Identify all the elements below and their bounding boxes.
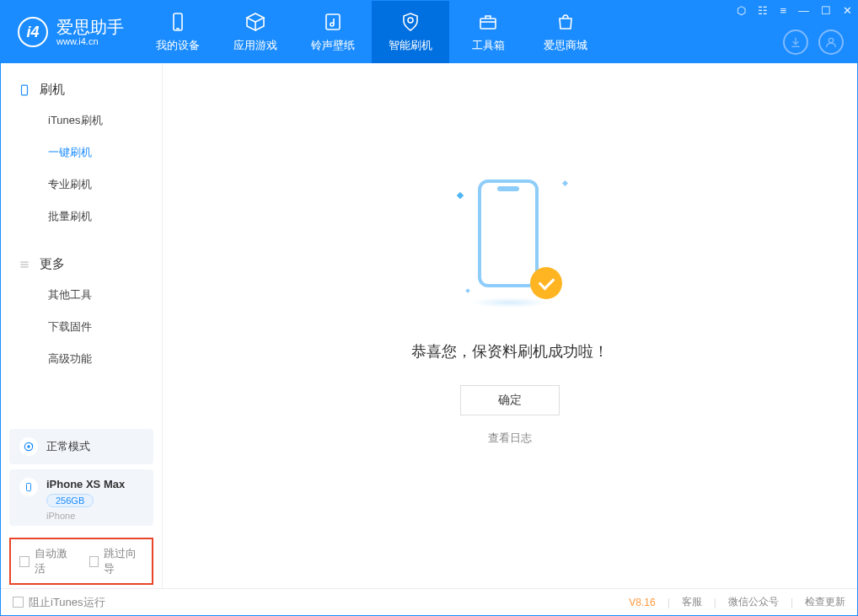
maximize-button[interactable]: ☐	[821, 4, 831, 17]
toolbox-icon	[477, 11, 499, 33]
ok-button[interactable]: 确定	[460, 385, 560, 415]
tab-my-device[interactable]: 我的设备	[139, 1, 217, 63]
brand-name: 爱思助手	[56, 18, 124, 36]
device-mode-box[interactable]: 正常模式	[9, 429, 153, 464]
tab-label: 智能刷机	[389, 38, 432, 53]
brand-url: www.i4.cn	[56, 36, 124, 46]
sparkle-icon	[465, 288, 470, 293]
tab-toolbox[interactable]: 工具箱	[449, 1, 527, 63]
sidebar-group-more: 更多	[1, 249, 162, 279]
check-icon	[530, 267, 562, 299]
sidebar-item-other-tools[interactable]: 其他工具	[1, 279, 162, 311]
app-body: 刷机 iTunes刷机 一键刷机 专业刷机 批量刷机 更多 其他工具 下载固件 …	[1, 63, 857, 588]
top-nav: 我的设备 应用游戏 铃声壁纸 智能刷机 工具箱 爱思商城	[139, 1, 604, 63]
device-info: iPhone XS Max 256GB iPhone	[46, 478, 125, 521]
brand: i4 爱思助手 www.i4.cn	[1, 1, 139, 63]
checkbox-icon	[13, 597, 24, 608]
tab-label: 工具箱	[472, 38, 505, 53]
title-bar: i4 爱思助手 www.i4.cn 我的设备 应用游戏 铃声壁纸 智能刷机	[1, 1, 857, 63]
customer-service-link[interactable]: 客服	[682, 595, 702, 609]
tab-label: 应用游戏	[233, 38, 277, 53]
device-info-box[interactable]: iPhone XS Max 256GB iPhone	[9, 469, 153, 526]
svg-rect-7	[22, 85, 28, 95]
shield-icon	[400, 11, 421, 33]
checkbox-label: 阻止iTunes运行	[29, 595, 105, 610]
shop-icon	[555, 11, 576, 33]
brand-logo-icon: i4	[18, 17, 48, 47]
device-mode-label: 正常模式	[46, 439, 90, 454]
checkbox-label: 自动激活	[35, 546, 74, 576]
device-name: iPhone XS Max	[46, 478, 125, 490]
sidebar-item-pro-flash[interactable]: 专业刷机	[1, 169, 162, 201]
device-icon	[167, 11, 189, 33]
tab-apps-games[interactable]: 应用游戏	[217, 1, 294, 63]
sidebar-item-onekey-flash[interactable]: 一键刷机	[1, 137, 162, 169]
status-bar: 阻止iTunes运行 V8.16 | 客服 | 微信公众号 | 检查更新	[1, 588, 857, 615]
svg-point-6	[829, 38, 833, 42]
header-right-buttons	[783, 29, 844, 55]
checkbox-skip-guide[interactable]: 跳过向导	[89, 546, 144, 576]
tab-label: 我的设备	[156, 38, 200, 53]
success-illustration	[451, 173, 569, 316]
feedback-icon[interactable]: ☷	[758, 4, 768, 17]
sidebar-item-advanced[interactable]: 高级功能	[1, 343, 162, 375]
music-icon	[322, 11, 344, 33]
sidebar: 刷机 iTunes刷机 一键刷机 专业刷机 批量刷机 更多 其他工具 下载固件 …	[1, 63, 163, 588]
tab-label: 铃声壁纸	[311, 38, 355, 53]
sidebar-group-title: 刷机	[40, 82, 65, 98]
device-type: iPhone	[46, 511, 125, 521]
checkbox-icon	[19, 556, 29, 567]
user-button[interactable]	[818, 29, 844, 55]
tab-smart-flash[interactable]: 智能刷机	[372, 1, 449, 63]
brand-text: 爱思助手 www.i4.cn	[56, 18, 124, 46]
sidebar-nav: 刷机 iTunes刷机 一键刷机 专业刷机 批量刷机 更多 其他工具 下载固件 …	[1, 63, 162, 429]
sidebar-group-title: 更多	[40, 256, 65, 272]
main-content: 恭喜您，保资料刷机成功啦！ 确定 查看日志	[163, 63, 857, 588]
checkbox-icon	[89, 556, 99, 567]
svg-rect-2	[326, 14, 340, 29]
flash-options-box: 自动激活 跳过向导	[9, 538, 153, 585]
sidebar-item-itunes-flash[interactable]: iTunes刷机	[1, 104, 162, 137]
separator: |	[791, 597, 793, 608]
menu-icon	[18, 258, 31, 271]
sidebar-item-batch-flash[interactable]: 批量刷机	[1, 201, 162, 233]
view-log-link[interactable]: 查看日志	[488, 431, 532, 446]
phone-icon	[18, 83, 31, 97]
checkbox-label: 跳过向导	[104, 546, 143, 576]
success-message: 恭喜您，保资料刷机成功啦！	[411, 341, 609, 362]
sparkle-icon	[457, 191, 464, 198]
svg-point-12	[28, 446, 29, 447]
checkbox-block-itunes[interactable]: 阻止iTunes运行	[13, 595, 105, 610]
download-button[interactable]	[783, 29, 808, 55]
skin-icon[interactable]: ⬡	[737, 4, 746, 17]
sidebar-group-flash: 刷机	[1, 75, 162, 104]
tab-label: 爱思商城	[544, 38, 587, 53]
sidebar-item-download-firmware[interactable]: 下载固件	[1, 311, 162, 343]
tab-ringtone-wallpaper[interactable]: 铃声壁纸	[294, 1, 372, 63]
phone-icon	[478, 179, 539, 287]
mode-icon	[19, 437, 38, 456]
separator: |	[714, 597, 716, 608]
svg-point-3	[330, 23, 334, 26]
shadow	[471, 297, 549, 308]
wechat-link[interactable]: 微信公众号	[728, 595, 779, 609]
svg-rect-4	[480, 19, 496, 29]
device-icon	[19, 478, 38, 496]
app-window: i4 爱思助手 www.i4.cn 我的设备 应用游戏 铃声壁纸 智能刷机	[0, 0, 858, 616]
menu-icon[interactable]: ≡	[780, 4, 786, 17]
check-update-link[interactable]: 检查更新	[805, 595, 845, 609]
svg-rect-13	[27, 484, 31, 491]
tab-shop[interactable]: 爱思商城	[527, 1, 604, 63]
window-controls: ⬡ ☷ ≡ — ☐ ✕	[737, 4, 852, 17]
cube-icon	[244, 11, 266, 33]
svg-rect-0	[174, 13, 182, 30]
device-capacity: 256GB	[46, 494, 94, 507]
close-button[interactable]: ✕	[843, 4, 852, 17]
notch-icon	[497, 186, 519, 191]
separator: |	[668, 597, 670, 608]
version-label: V8.16	[629, 597, 655, 608]
minimize-button[interactable]: —	[798, 4, 809, 17]
checkbox-auto-activate[interactable]: 自动激活	[19, 546, 74, 576]
sparkle-icon	[562, 179, 568, 185]
